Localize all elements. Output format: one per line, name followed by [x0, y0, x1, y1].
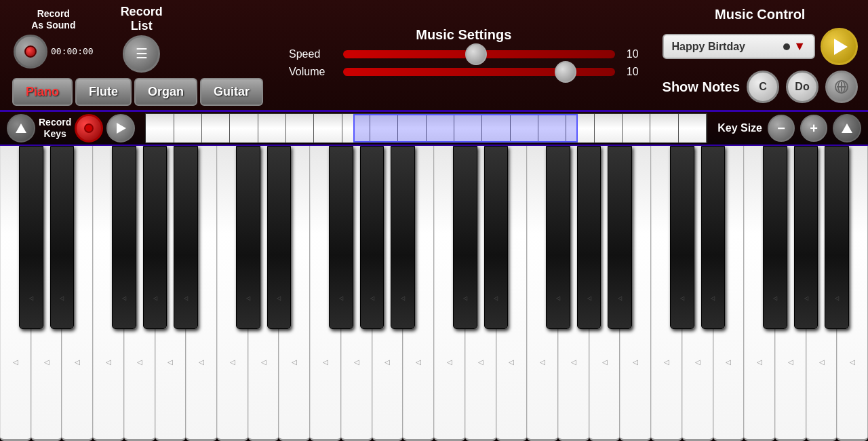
play-button[interactable] — [821, 28, 858, 65]
black-key-fs2[interactable] — [329, 146, 353, 329]
play-icon — [834, 39, 848, 55]
speed-value: 10 — [622, 48, 639, 60]
scroll-up-button[interactable] — [7, 114, 35, 142]
play-keys-icon — [117, 123, 126, 134]
black-key-as3[interactable] — [608, 146, 632, 329]
black-key-gs4[interactable] — [794, 146, 818, 329]
key-size-label: Key Size — [717, 122, 762, 134]
black-key-fs4[interactable] — [763, 146, 787, 329]
piano-button[interactable]: Piano — [12, 78, 73, 106]
black-key-ds2[interactable] — [267, 146, 292, 329]
app-container: Record As Sound 00:00:00 Record List — [0, 0, 868, 441]
record-dot — [24, 45, 37, 58]
volume-value: 10 — [622, 66, 639, 78]
speed-label: Speed — [289, 48, 336, 60]
flute-button[interactable]: Flute — [75, 78, 132, 106]
record-keys-button[interactable] — [75, 114, 103, 142]
organ-button[interactable]: Organ — [134, 78, 197, 106]
black-key-fs1[interactable] — [112, 146, 136, 329]
mini-white-key-4[interactable] — [230, 114, 258, 142]
speed-slider[interactable] — [343, 50, 615, 58]
mini-white-key-17[interactable] — [595, 114, 623, 142]
volume-label: Volume — [289, 66, 336, 78]
note-do-button[interactable]: Do — [786, 71, 818, 103]
black-key-as1[interactable] — [174, 146, 198, 329]
black-key-gs2[interactable] — [360, 146, 384, 329]
black-key-as2[interactable] — [391, 146, 415, 329]
key-size-up-button[interactable] — [833, 114, 861, 142]
record-sound-button[interactable] — [14, 35, 47, 69]
key-size-plus-button[interactable]: + — [800, 115, 827, 142]
list-icon: ☰ — [136, 45, 148, 62]
keyboard-controls-bar: Record Keys — [0, 112, 868, 146]
mini-white-key-1[interactable] — [146, 114, 174, 142]
note-extra-button[interactable] — [825, 71, 858, 103]
mini-white-key-7[interactable] — [314, 114, 342, 142]
black-key-cs2[interactable] — [236, 146, 260, 329]
record-keys-dot — [84, 123, 94, 133]
music-settings-section: Music Settings Speed 10 Volume 10 — [275, 20, 652, 90]
mini-white-key-3[interactable] — [202, 114, 230, 142]
note-c-button[interactable]: C — [747, 71, 779, 103]
key-size-controls: Key Size − + — [711, 114, 868, 142]
music-control-title: Music Control — [663, 7, 858, 22]
volume-slider[interactable] — [343, 68, 615, 76]
dropdown-dot — [783, 43, 790, 50]
mini-white-key-6[interactable] — [286, 114, 314, 142]
mini-white-key-18[interactable] — [623, 114, 650, 142]
show-notes-label: Show Notes — [663, 79, 740, 95]
black-key-cs1[interactable] — [19, 146, 43, 329]
black-key-as4[interactable] — [825, 146, 849, 329]
mini-white-key-2[interactable] — [174, 114, 202, 142]
record-sound-label: Record As Sound — [31, 8, 75, 31]
timer-display: 00:00:00 — [51, 46, 94, 56]
key-size-minus-button[interactable]: − — [768, 115, 795, 142]
mini-white-key-20[interactable] — [679, 114, 707, 142]
record-list-section: Record List ☰ — [114, 5, 170, 73]
piano-keys-container — [0, 146, 868, 441]
dropdown-arrow-icon: ▼ — [793, 39, 806, 54]
black-key-cs4[interactable] — [670, 146, 694, 329]
black-key-ds1[interactable] — [50, 146, 75, 329]
record-sound-section: Record As Sound 00:00:00 — [7, 8, 100, 69]
play-keys-button[interactable] — [106, 114, 135, 142]
black-key-gs1[interactable] — [143, 146, 167, 329]
mini-white-key-19[interactable] — [650, 114, 678, 142]
triangle-up-icon — [16, 123, 26, 133]
left-section: Record As Sound 00:00:00 Record List — [0, 0, 275, 113]
black-key-cs3[interactable] — [453, 146, 477, 329]
piano-main — [0, 146, 868, 441]
black-key-gs3[interactable] — [577, 146, 601, 329]
speed-thumb[interactable] — [465, 43, 487, 65]
volume-thumb[interactable] — [555, 61, 576, 83]
guitar-button[interactable]: Guitar — [200, 78, 263, 106]
mini-selector-highlight — [353, 114, 578, 142]
song-dropdown[interactable]: Happy Birtday ▼ — [663, 34, 815, 59]
record-keys-label: Record Keys — [39, 117, 71, 140]
record-list-label: Record List — [121, 5, 163, 33]
music-settings-title: Music Settings — [416, 27, 511, 43]
top-bar: Record As Sound 00:00:00 Record List — [0, 0, 868, 112]
black-key-fs3[interactable] — [546, 146, 570, 329]
key-size-up-icon — [842, 123, 852, 133]
record-list-button[interactable]: ☰ — [123, 35, 160, 73]
black-key-ds4[interactable] — [701, 146, 726, 329]
piano-mini-selector[interactable] — [145, 113, 707, 143]
mini-white-key-5[interactable] — [258, 114, 286, 142]
music-control-section: Music Control Happy Birtday ▼ Show Notes — [652, 0, 868, 110]
song-name: Happy Birtday — [672, 41, 745, 53]
black-key-ds3[interactable] — [484, 146, 509, 329]
instrument-buttons: Piano Flute Organ Guitar — [7, 78, 269, 106]
